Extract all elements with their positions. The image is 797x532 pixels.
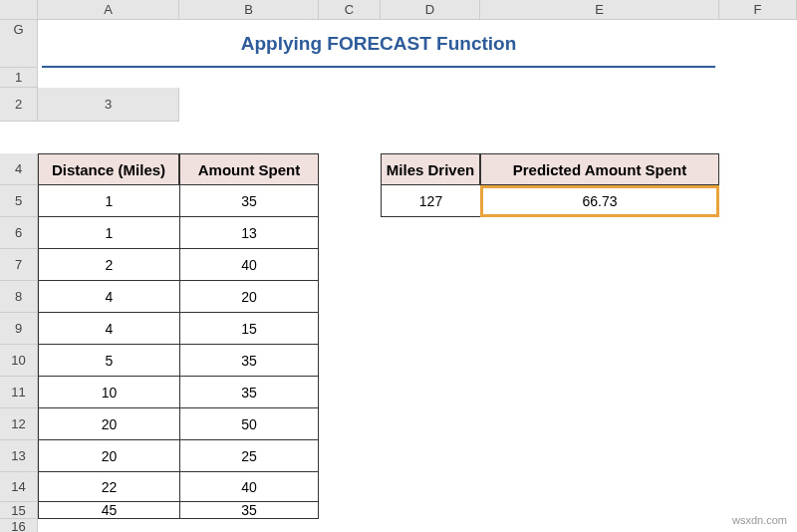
table-cell[interactable]: 1 bbox=[38, 185, 179, 217]
row-header-6[interactable]: 6 bbox=[0, 217, 38, 249]
cell[interactable] bbox=[719, 153, 797, 185]
table-cell[interactable]: 4 bbox=[38, 281, 179, 313]
cell[interactable] bbox=[319, 185, 381, 217]
table-cell[interactable]: 15 bbox=[179, 313, 319, 345]
table-cell[interactable]: 25 bbox=[179, 440, 319, 472]
table-cell[interactable]: 35 bbox=[179, 377, 319, 408]
row-header-2[interactable]: 2 bbox=[0, 88, 38, 122]
col-header-D[interactable]: D bbox=[381, 0, 480, 20]
table-cell[interactable]: 22 bbox=[38, 472, 179, 502]
col-header-E[interactable]: E bbox=[480, 0, 719, 20]
cell[interactable] bbox=[38, 68, 797, 88]
watermark: wsxdn.com bbox=[732, 514, 787, 526]
table-cell[interactable]: 5 bbox=[38, 345, 179, 377]
table-cell[interactable]: 10 bbox=[38, 377, 179, 408]
row-header-4[interactable]: 4 bbox=[0, 153, 38, 185]
row-header-12[interactable]: 12 bbox=[0, 408, 38, 440]
row-header-8[interactable]: 8 bbox=[0, 281, 38, 313]
cell[interactable] bbox=[319, 153, 381, 185]
table-cell[interactable]: 45 bbox=[38, 502, 179, 519]
row-header-15[interactable]: 15 bbox=[0, 502, 38, 519]
select-all-corner[interactable] bbox=[0, 0, 38, 20]
cell[interactable] bbox=[319, 313, 797, 345]
cell[interactable] bbox=[38, 122, 797, 153]
cell[interactable] bbox=[319, 472, 797, 502]
table-cell[interactable]: 2 bbox=[38, 249, 179, 281]
table-cell[interactable]: 50 bbox=[179, 408, 319, 440]
result-predicted-value[interactable]: 66.73 bbox=[480, 185, 719, 217]
table-cell[interactable]: 4 bbox=[38, 313, 179, 345]
cell[interactable] bbox=[319, 377, 797, 408]
page-title: Applying FORECAST Function bbox=[42, 26, 715, 68]
cell[interactable] bbox=[719, 20, 797, 68]
table-cell[interactable]: 20 bbox=[38, 440, 179, 472]
col-header-G[interactable]: G bbox=[0, 20, 38, 68]
row-header-16[interactable]: 16 bbox=[0, 519, 38, 532]
table-cell[interactable]: 40 bbox=[179, 472, 319, 502]
row-header-13[interactable]: 13 bbox=[0, 440, 38, 472]
cell[interactable] bbox=[319, 281, 797, 313]
row-header-14[interactable]: 14 bbox=[0, 472, 38, 502]
result-miles-value[interactable]: 127 bbox=[381, 185, 480, 217]
col-header-C[interactable]: C bbox=[319, 0, 381, 20]
cell[interactable] bbox=[319, 249, 797, 281]
row-header-1[interactable]: 1 bbox=[0, 68, 38, 88]
cell[interactable] bbox=[319, 502, 797, 519]
row-header-7[interactable]: 7 bbox=[0, 249, 38, 281]
cell[interactable] bbox=[319, 345, 797, 377]
cell[interactable] bbox=[38, 519, 797, 532]
table-cell[interactable]: 35 bbox=[179, 185, 319, 217]
table-cell[interactable]: 35 bbox=[179, 345, 319, 377]
main-header-amount[interactable]: Amount Spent bbox=[179, 153, 319, 185]
cell[interactable] bbox=[319, 408, 797, 440]
row-header-9[interactable]: 9 bbox=[0, 313, 38, 345]
col-header-F[interactable]: F bbox=[719, 0, 797, 20]
row-header-11[interactable]: 11 bbox=[0, 377, 38, 408]
table-cell[interactable]: 1 bbox=[38, 217, 179, 249]
col-header-A[interactable]: A bbox=[38, 0, 179, 20]
result-header-predicted[interactable]: Predicted Amount Spent bbox=[480, 153, 719, 185]
main-header-distance[interactable]: Distance (Miles) bbox=[38, 153, 179, 185]
result-header-miles[interactable]: Miles Driven bbox=[381, 153, 480, 185]
col-header-B[interactable]: B bbox=[179, 0, 319, 20]
cell[interactable] bbox=[319, 217, 797, 249]
table-cell[interactable]: 20 bbox=[179, 281, 319, 313]
table-cell[interactable]: 40 bbox=[179, 249, 319, 281]
table-cell[interactable]: 35 bbox=[179, 502, 319, 519]
spreadsheet-grid: A B C D E F G 1 2 Applying FORECAST Func… bbox=[0, 0, 797, 532]
cell[interactable] bbox=[719, 185, 797, 217]
cell[interactable] bbox=[319, 440, 797, 472]
row-header-5[interactable]: 5 bbox=[0, 185, 38, 217]
table-cell[interactable]: 20 bbox=[38, 408, 179, 440]
row-header-10[interactable]: 10 bbox=[0, 345, 38, 377]
table-cell[interactable]: 13 bbox=[179, 217, 319, 249]
row-header-3[interactable]: 3 bbox=[38, 88, 179, 122]
